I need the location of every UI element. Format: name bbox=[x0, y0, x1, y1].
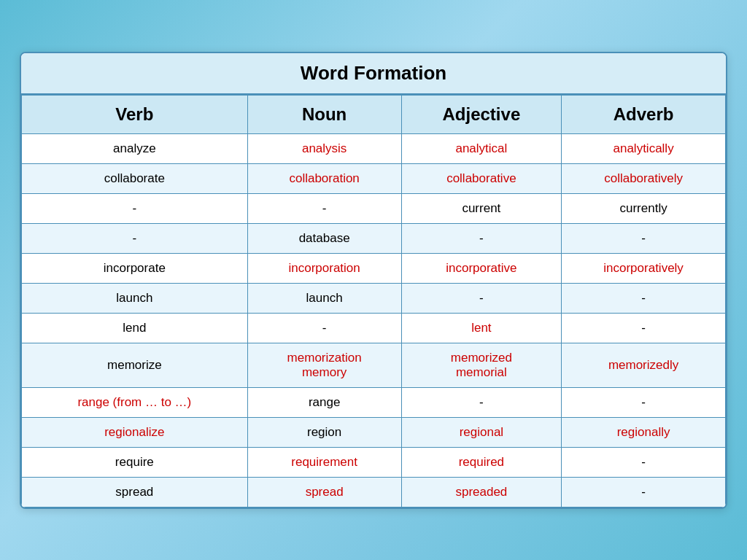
cell-verb: regionalize bbox=[22, 417, 248, 447]
cell-verb: - bbox=[22, 193, 248, 223]
column-header-adjective: Adjective bbox=[401, 95, 562, 133]
cell-noun: memorizationmemory bbox=[247, 343, 401, 387]
cell-verb: incorporate bbox=[22, 253, 248, 283]
cell-adjective: regional bbox=[401, 417, 562, 447]
word-formation-table: Word Formation VerbNounAdjectiveAdverb a… bbox=[20, 52, 727, 509]
cell-adjective: spreaded bbox=[401, 477, 562, 507]
cell-verb: launch bbox=[22, 283, 248, 313]
cell-adjective: incorporative bbox=[401, 253, 562, 283]
cell-adverb: incorporatively bbox=[562, 253, 726, 283]
cell-noun: range bbox=[247, 387, 401, 417]
cell-adverb: - bbox=[562, 387, 726, 417]
table-row: range (from … to …)range-- bbox=[22, 387, 726, 417]
cell-noun: incorporation bbox=[247, 253, 401, 283]
cell-adverb: collaboratively bbox=[562, 163, 726, 193]
cell-adjective: analytical bbox=[401, 133, 562, 163]
cell-noun: collaboration bbox=[247, 163, 401, 193]
cell-adverb: regionally bbox=[562, 417, 726, 447]
cell-adverb: - bbox=[562, 477, 726, 507]
cell-noun: requirement bbox=[247, 447, 401, 477]
cell-noun: - bbox=[247, 193, 401, 223]
table-row: incorporateincorporationincorporativeinc… bbox=[22, 253, 726, 283]
column-header-noun: Noun bbox=[247, 95, 401, 133]
cell-noun: launch bbox=[247, 283, 401, 313]
cell-adjective: memorizedmemorial bbox=[401, 343, 562, 387]
cell-verb: analyze bbox=[22, 133, 248, 163]
cell-noun: analysis bbox=[247, 133, 401, 163]
cell-noun: region bbox=[247, 417, 401, 447]
cell-adverb: memorizedly bbox=[562, 343, 726, 387]
table-row: requirerequirementrequired- bbox=[22, 447, 726, 477]
cell-verb: require bbox=[22, 447, 248, 477]
cell-adjective: - bbox=[401, 283, 562, 313]
table-row: launchlaunch-- bbox=[22, 283, 726, 313]
cell-adjective: collaborative bbox=[401, 163, 562, 193]
table-row: lend-lent- bbox=[22, 313, 726, 343]
cell-verb: range (from … to …) bbox=[22, 387, 248, 417]
table-title: Word Formation bbox=[21, 53, 726, 95]
table-row: --currentcurrently bbox=[22, 193, 726, 223]
table-row: analyzeanalysisanalyticalanalytically bbox=[22, 133, 726, 163]
cell-noun: - bbox=[247, 313, 401, 343]
table-row: spreadspreadspreaded- bbox=[22, 477, 726, 507]
table-row: memorizememorizationmemorymemorizedmemor… bbox=[22, 343, 726, 387]
cell-adverb: - bbox=[562, 447, 726, 477]
cell-adverb: - bbox=[562, 283, 726, 313]
table-row: -database-- bbox=[22, 223, 726, 253]
column-header-adverb: Adverb bbox=[562, 95, 726, 133]
cell-adjective: required bbox=[401, 447, 562, 477]
cell-verb: - bbox=[22, 223, 248, 253]
cell-verb: lend bbox=[22, 313, 248, 343]
cell-adjective: - bbox=[401, 223, 562, 253]
cell-adjective: current bbox=[401, 193, 562, 223]
cell-verb: memorize bbox=[22, 343, 248, 387]
cell-verb: collaborate bbox=[22, 163, 248, 193]
table-row: regionalizeregionregionalregionally bbox=[22, 417, 726, 447]
cell-adverb: - bbox=[562, 313, 726, 343]
table-row: collaboratecollaborationcollaborativecol… bbox=[22, 163, 726, 193]
column-header-verb: Verb bbox=[22, 95, 248, 133]
cell-adjective: - bbox=[401, 387, 562, 417]
cell-adverb: currently bbox=[562, 193, 726, 223]
cell-adjective: lent bbox=[401, 313, 562, 343]
cell-verb: spread bbox=[22, 477, 248, 507]
cell-adverb: - bbox=[562, 223, 726, 253]
cell-noun: database bbox=[247, 223, 401, 253]
cell-noun: spread bbox=[247, 477, 401, 507]
cell-adverb: analytically bbox=[562, 133, 726, 163]
